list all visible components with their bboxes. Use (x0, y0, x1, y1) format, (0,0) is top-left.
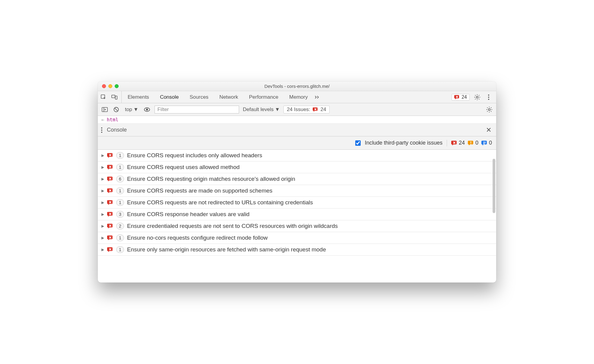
info-counter[interactable]: 0 (481, 140, 492, 146)
context-selector[interactable]: top ▼ (124, 106, 139, 113)
svg-line-11 (475, 99, 476, 99)
svg-line-10 (479, 95, 479, 96)
issue-row[interactable]: ▶1Ensure CORS request uses allowed metho… (98, 161, 496, 173)
error-counter[interactable]: 24 (452, 94, 470, 101)
tab-network[interactable]: Network (214, 91, 244, 103)
error-bubble-icon (313, 107, 318, 112)
error-bubble-icon (107, 223, 113, 229)
issue-row[interactable]: ▶2Ensure credentialed requests are not s… (98, 220, 496, 232)
error-bubble-icon (107, 211, 113, 217)
inspect-element-icon[interactable] (100, 93, 107, 101)
expand-caret-icon: ▶ (101, 200, 104, 205)
issue-title: Ensure no-cors requests configure redire… (127, 235, 268, 241)
error-bubble-icon (107, 152, 113, 158)
issue-title: Ensure credentialed requests are not sen… (127, 223, 338, 229)
scrollbar-thumb[interactable] (493, 159, 495, 213)
issue-count-badge: 1 (116, 187, 124, 194)
live-expression-icon[interactable] (143, 106, 151, 113)
window-title: DevTools - cors-errors.glitch.me/ (98, 84, 496, 89)
svg-point-32 (101, 132, 102, 133)
svg-line-29 (487, 111, 488, 112)
device-mode-icon[interactable] (110, 93, 118, 101)
close-drawer-icon[interactable]: ✕ (484, 126, 493, 134)
expand-caret-icon: ▶ (101, 247, 104, 252)
tab-list: Elements Console Sources Network Perform… (122, 91, 321, 103)
log-level-label: Default levels (243, 107, 273, 113)
issue-row[interactable]: ▶1Ensure CORS requests are not redirecte… (98, 197, 496, 209)
issue-row[interactable]: ▶1Ensure no-cors requests configure redi… (98, 232, 496, 244)
zoom-window-icon[interactable] (115, 84, 119, 88)
issue-row[interactable]: ▶3Ensure CORS response header values are… (98, 209, 496, 220)
tab-elements[interactable]: Elements (122, 91, 155, 103)
svg-line-8 (475, 95, 476, 96)
issues-toolbar: Include third-party cookie issues 24 0 0 (98, 136, 496, 150)
svg-line-26 (487, 107, 488, 108)
issues-counter[interactable]: 24 Issues: 24 (283, 106, 329, 113)
svg-point-31 (101, 129, 102, 131)
issue-count-badge: 3 (116, 211, 124, 218)
warning-count-text: 0 (475, 140, 478, 146)
devtools-window: DevTools - cors-errors.glitch.me/ Elemen… (98, 81, 496, 283)
dropdown-caret-icon: ▼ (133, 107, 139, 113)
error-counter[interactable]: 24 (451, 140, 465, 146)
svg-rect-33 (471, 141, 471, 143)
svg-line-18 (115, 108, 118, 111)
issues-label: 24 Issues: (287, 107, 310, 113)
main-tabbar: Elements Console Sources Network Perform… (98, 91, 496, 103)
svg-point-21 (488, 108, 490, 110)
expand-caret-icon: ▶ (101, 165, 104, 169)
issue-row[interactable]: ▶1Ensure only same-origin resources are … (98, 244, 496, 256)
tab-sources[interactable]: Sources (184, 91, 214, 103)
issue-title: Ensure CORS response header values are v… (127, 211, 250, 218)
svg-rect-34 (471, 143, 471, 144)
settings-gear-icon[interactable] (473, 93, 481, 101)
titlebar: DevTools - cors-errors.glitch.me/ (98, 81, 496, 91)
console-settings-gear-icon[interactable] (485, 106, 493, 113)
include-third-party-cookies-checkbox[interactable] (355, 140, 361, 146)
issue-count-badge: 1 (116, 235, 124, 241)
more-tabs-icon[interactable] (313, 93, 321, 101)
issue-row[interactable]: ▶6Ensure CORS requesting origin matches … (98, 173, 496, 185)
expand-caret-icon: ▶ (101, 189, 104, 193)
tab-memory[interactable]: Memory (284, 91, 313, 103)
svg-point-13 (488, 97, 489, 98)
svg-line-9 (479, 99, 479, 99)
console-toolbar: top ▼ Default levels ▼ 24 Issues: 24 (98, 103, 496, 116)
issue-count-badge: 6 (116, 176, 124, 182)
tab-console[interactable]: Console (155, 91, 184, 103)
close-window-icon[interactable] (102, 84, 106, 88)
console-sidebar-toggle-icon[interactable] (101, 106, 109, 113)
svg-point-3 (476, 96, 478, 98)
more-options-icon[interactable] (485, 93, 493, 101)
expand-caret-icon: ▶ (101, 236, 104, 240)
issue-count-badge: 1 (116, 164, 124, 171)
minimize-window-icon[interactable] (108, 84, 112, 88)
svg-line-27 (491, 111, 491, 112)
back-arrow-icon: ← (101, 117, 104, 123)
drawer-more-icon[interactable] (101, 127, 103, 133)
console-filter-input[interactable] (155, 106, 239, 113)
log-level-selector[interactable]: Default levels ▼ (243, 107, 280, 113)
svg-rect-37 (483, 144, 485, 144)
issue-row[interactable]: ▶1Ensure CORS request includes only allo… (98, 150, 496, 161)
error-bubble-icon (107, 188, 113, 194)
issue-title: Ensure CORS requests are not redirected … (127, 199, 313, 206)
expand-caret-icon: ▶ (101, 224, 104, 228)
issue-count-badge: 1 (116, 199, 124, 206)
dropdown-caret-icon: ▼ (275, 107, 280, 113)
warning-counter[interactable]: 0 (468, 140, 478, 146)
svg-point-14 (488, 99, 489, 100)
svg-line-28 (491, 107, 491, 108)
tab-performance[interactable]: Performance (244, 91, 284, 103)
clear-console-icon[interactable] (112, 106, 120, 113)
svg-rect-1 (112, 95, 115, 98)
expand-caret-icon: ▶ (101, 212, 104, 216)
error-count-text: 24 (459, 140, 465, 146)
error-bubble-icon (451, 140, 457, 146)
svg-rect-35 (483, 142, 486, 142)
expand-caret-icon: ▶ (101, 153, 104, 158)
issue-row[interactable]: ▶1Ensure CORS requests are made on suppo… (98, 185, 496, 197)
drawer-tab-console[interactable]: Console (107, 127, 127, 133)
drawer-header: Console ✕ (98, 124, 496, 136)
svg-point-30 (101, 127, 102, 129)
